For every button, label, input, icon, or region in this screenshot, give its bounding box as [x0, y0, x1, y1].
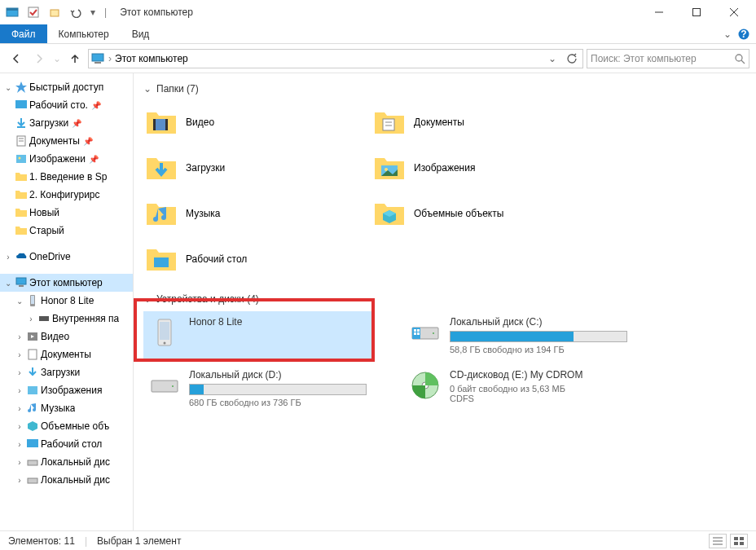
svg-rect-10	[92, 54, 103, 61]
svg-rect-22	[19, 285, 24, 287]
svg-rect-5	[693, 9, 701, 16]
tab-computer[interactable]: Компьютер	[47, 24, 121, 43]
pin-icon: 📌	[72, 119, 81, 128]
view-icons-button[interactable]	[730, 534, 748, 548]
svg-rect-31	[28, 478, 37, 483]
tree-local-disk[interactable]: ›Локальный дис	[0, 471, 133, 489]
folder-pictures[interactable]: Изображения	[371, 147, 583, 189]
video-icon	[26, 330, 39, 343]
recent-dropdown[interactable]: ⌄	[52, 49, 62, 68]
desktop-icon	[15, 99, 28, 112]
star-icon	[15, 81, 28, 94]
drive-cdrom[interactable]: CD-дисковод (E:) My CDROM 0 байт свободн…	[404, 364, 632, 412]
minimize-button[interactable]	[640, 0, 678, 24]
folder-documents[interactable]: Документы	[371, 101, 583, 143]
tree-downloads[interactable]: ›Загрузки	[0, 363, 133, 381]
documents-icon	[15, 134, 28, 147]
tree-internal-storage[interactable]: › Внутренняя па	[0, 310, 133, 328]
svg-rect-19	[16, 155, 26, 163]
tree-3d-objects[interactable]: ›Объемные объ	[0, 417, 133, 435]
tree-videos[interactable]: ›Видео	[0, 328, 133, 345]
search-icon[interactable]	[734, 53, 745, 64]
tree-onedrive[interactable]: › OneDrive	[0, 248, 133, 266]
folder-downloads[interactable]: Загрузки	[143, 147, 355, 189]
help-icon[interactable]: ?	[738, 29, 749, 40]
tree-quick-access[interactable]: ⌄ Быстрый доступ	[0, 78, 133, 96]
svg-rect-46	[414, 329, 416, 332]
pin-icon: 📌	[89, 155, 99, 164]
svg-rect-58	[734, 537, 738, 540]
svg-rect-51	[152, 381, 178, 392]
search-input[interactable]	[591, 53, 734, 64]
chevron-right-icon[interactable]: ›	[26, 314, 36, 323]
tree-pictures[interactable]: ›Изображения	[0, 381, 133, 399]
chevron-down-icon[interactable]: ⌄	[15, 296, 24, 306]
svg-rect-27	[29, 350, 37, 359]
group-folders[interactable]: ⌄ Папки (7)	[143, 83, 746, 95]
tab-view[interactable]: Вид	[121, 24, 161, 43]
tree-pictures[interactable]: Изображени📌	[0, 150, 133, 168]
tree-folder[interactable]: 1. Введение в Sp	[0, 168, 133, 186]
folder-videos[interactable]: Видео	[143, 101, 355, 143]
tree-local-disk[interactable]: ›Локальный дис	[0, 453, 133, 471]
group-drives[interactable]: ⌄ Устройства и диски (4)	[143, 293, 746, 305]
app-icon	[3, 3, 21, 21]
folder-desktop[interactable]: Рабочий стол	[143, 238, 355, 280]
chevron-down-icon[interactable]: ⌄	[3, 278, 13, 288]
tree-desktop[interactable]: ›Рабочий стол	[0, 435, 133, 453]
qat-properties[interactable]	[24, 3, 42, 21]
tree-documents[interactable]: Документы📌	[0, 132, 133, 150]
undo-icon[interactable]	[67, 3, 85, 21]
tree-documents[interactable]: ›Документы	[0, 345, 133, 363]
address-bar[interactable]: › Этот компьютер ⌄	[88, 49, 583, 68]
svg-rect-25	[39, 316, 49, 321]
phone-icon	[26, 294, 39, 307]
tree-desktop[interactable]: Рабочий сто.📌	[0, 96, 133, 114]
ribbon-expand-icon[interactable]: ⌄	[723, 29, 732, 40]
pin-icon: 📌	[83, 137, 93, 146]
up-button[interactable]	[65, 49, 85, 68]
svg-rect-21	[16, 278, 26, 284]
chevron-down-icon[interactable]: ⌄	[143, 83, 152, 95]
svg-rect-42	[160, 322, 169, 340]
drive-windows-icon	[409, 316, 442, 349]
drive-d[interactable]: Локальный диск (D:) 680 ГБ свободно из 7…	[143, 364, 371, 412]
tree-folder[interactable]: Новый	[0, 204, 133, 222]
chevron-down-icon[interactable]: ⌄	[143, 293, 152, 305]
tab-file[interactable]: Файл	[0, 24, 47, 43]
svg-point-20	[19, 157, 21, 160]
status-bar: Элементов: 11 | Выбран 1 элемент	[0, 530, 756, 550]
tree-music[interactable]: ›Музыка	[0, 399, 133, 417]
folder-icon	[15, 170, 28, 183]
qat-dropdown[interactable]: ▾	[88, 3, 98, 21]
svg-rect-49	[417, 332, 420, 335]
refresh-icon[interactable]	[563, 53, 581, 64]
folder-desktop-icon	[145, 243, 178, 275]
drive-icon	[26, 455, 39, 469]
svg-rect-1	[7, 8, 18, 11]
tree-folder[interactable]: Старый	[0, 222, 133, 240]
tree-folder[interactable]: 2. Конфигурирс	[0, 186, 133, 204]
search-box[interactable]	[587, 49, 749, 68]
tree-honor[interactable]: ⌄ Honor 8 Lite	[0, 292, 133, 310]
pictures-icon	[26, 384, 39, 397]
back-button[interactable]	[7, 49, 26, 68]
maximize-button[interactable]	[678, 0, 715, 24]
svg-rect-34	[165, 119, 168, 130]
chevron-down-icon[interactable]: ⌄	[3, 82, 13, 92]
folder-3d-icon	[373, 197, 406, 230]
tree-this-pc[interactable]: ⌄ Этот компьютер	[0, 274, 133, 292]
forward-button[interactable]	[29, 49, 49, 68]
view-details-button[interactable]	[709, 534, 727, 548]
svg-text:?: ?	[741, 29, 746, 40]
drive-c[interactable]: Локальный диск (C:) 58,8 ГБ свободно из …	[404, 311, 632, 359]
folder-3d-objects[interactable]: Объемные объекты	[371, 192, 583, 235]
address-dropdown-icon[interactable]: ⌄	[545, 53, 560, 64]
tree-downloads[interactable]: Загрузки📌	[0, 114, 133, 132]
qat-new-folder[interactable]	[46, 3, 64, 21]
chevron-right-icon[interactable]: ›	[3, 252, 13, 262]
folder-music[interactable]: Музыка	[143, 192, 355, 235]
svg-line-13	[741, 60, 745, 64]
close-button[interactable]	[715, 0, 753, 24]
drive-honor[interactable]: Honor 8 Lite	[143, 311, 371, 359]
